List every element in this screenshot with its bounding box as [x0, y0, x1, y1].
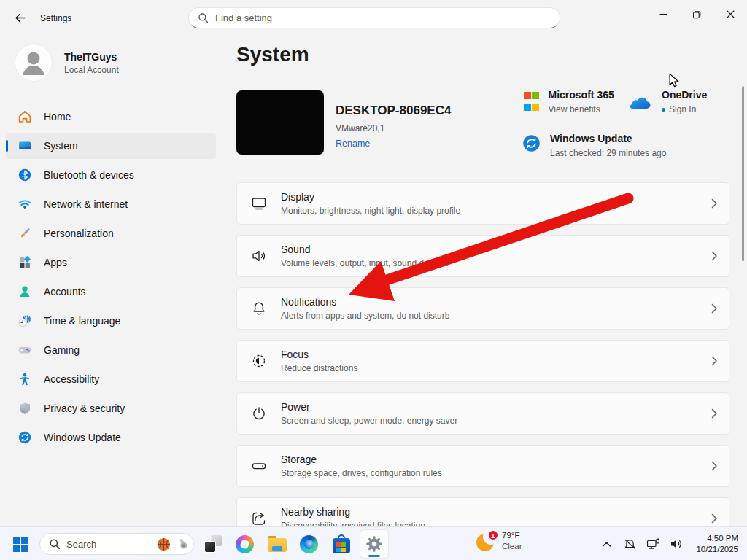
- sound-icon: [237, 247, 281, 265]
- volume-button[interactable]: [667, 532, 686, 556]
- home-icon: [18, 109, 32, 124]
- display-icon: [237, 195, 281, 212]
- sidebar-item-windows-update[interactable]: Windows Update: [6, 424, 216, 451]
- accessibility-icon: [18, 372, 32, 386]
- settings-card-power[interactable]: Power Screen and sleep, power mode, ener…: [236, 392, 729, 435]
- device-info: DESKTOP-8069EC4 VMware20,1 Rename: [336, 104, 451, 149]
- back-button[interactable]: [9, 7, 31, 28]
- chevron-right-icon: [700, 461, 729, 471]
- basketball-icon: [157, 537, 171, 551]
- sidebar-item-personalization[interactable]: Personalization: [6, 220, 216, 246]
- weather-widget[interactable]: 1 79°F Clear: [476, 529, 522, 551]
- do-not-disturb-button[interactable]: [620, 532, 639, 556]
- settings-app-button[interactable]: [360, 529, 389, 559]
- weather-condition: Clear: [502, 542, 522, 551]
- task-view-button[interactable]: [199, 529, 226, 559]
- task-view-icon: [204, 535, 222, 553]
- settings-search-box[interactable]: [188, 7, 560, 28]
- sidebar-item-privacy-security[interactable]: Privacy & security: [6, 395, 216, 421]
- chevron-right-icon: [700, 303, 729, 314]
- speaker-icon: [670, 538, 683, 550]
- sidebar-item-gaming[interactable]: Gaming: [6, 337, 216, 363]
- apps-icon: [18, 255, 32, 270]
- maximize-button[interactable]: [680, 0, 713, 28]
- start-button[interactable]: [7, 529, 34, 559]
- power-icon: [237, 405, 281, 422]
- bluetooth-icon: [18, 168, 32, 182]
- settings-card-focus[interactable]: Focus Reduce distractions: [236, 340, 729, 382]
- chevron-right-icon: [700, 198, 729, 209]
- settings-card-storage[interactable]: Storage Storage space, drives, configura…: [236, 445, 729, 487]
- profile-account-type: Local Account: [64, 65, 119, 75]
- windows-update-status[interactable]: Windows Update Last checked: 29 minutes …: [522, 133, 666, 158]
- settings-search-input[interactable]: [215, 12, 551, 23]
- sidebar-item-time-language[interactable]: Time & language: [6, 308, 216, 334]
- privacy-security-icon: [18, 401, 32, 416]
- taskbar-search-label: Search: [66, 539, 151, 550]
- clock-date: 10/21/2025: [696, 544, 738, 555]
- edge-icon: [300, 535, 318, 553]
- tray-chevron-up-button[interactable]: [597, 532, 616, 556]
- sidebar-nav: Home System Bluetooth & devices Network …: [6, 104, 216, 454]
- bell-slash-icon: [623, 538, 637, 551]
- chevron-right-icon: [700, 408, 729, 419]
- wired-network-icon: [646, 538, 660, 551]
- settings-gear-icon: [365, 534, 384, 553]
- sidebar-item-home[interactable]: Home: [6, 104, 216, 130]
- settings-card-notifications[interactable]: Notifications Alerts from apps and syste…: [236, 287, 729, 330]
- taskbar: Search: [0, 526, 747, 560]
- edge-button[interactable]: [295, 529, 322, 559]
- nearby-sharing-icon: [237, 510, 281, 527]
- microsoft-store-button[interactable]: [328, 529, 355, 559]
- sidebar-item-bluetooth-devices[interactable]: Bluetooth & devices: [6, 162, 216, 188]
- focus-icon: [237, 352, 281, 370]
- microsoft-store-icon: [333, 534, 350, 554]
- system-icon: [18, 139, 32, 153]
- file-explorer-button[interactable]: [263, 529, 290, 559]
- chevron-right-icon: [700, 251, 729, 261]
- windows-logo-icon: [12, 536, 29, 553]
- network-button[interactable]: [643, 532, 662, 556]
- time-language-icon: [18, 314, 32, 328]
- signin-dot: [662, 108, 665, 112]
- personalization-icon: [18, 226, 32, 241]
- settings-card-display[interactable]: Display Monitors, brightness, night ligh…: [236, 182, 729, 225]
- weather-temp: 79°F: [502, 531, 522, 540]
- search-icon: [49, 538, 61, 550]
- scrollbar[interactable]: [742, 86, 744, 261]
- restore-icon: [691, 8, 703, 20]
- clock-time: 4:50 PM: [696, 533, 738, 544]
- chevron-right-icon: [700, 356, 729, 366]
- ms365-view-benefits: View benefits: [549, 104, 614, 114]
- window-controls: [646, 0, 747, 28]
- profile-name: TheITGuys: [64, 51, 119, 63]
- sidebar-item-accessibility[interactable]: Accessibility: [6, 366, 216, 392]
- notification-badge: 1: [487, 529, 499, 541]
- back-arrow-icon: [14, 12, 26, 24]
- settings-card-sound[interactable]: Sound Volume levels, output, input, soun…: [236, 235, 729, 277]
- sidebar-item-network-internet[interactable]: Network & internet: [6, 191, 216, 217]
- sidebar-item-system[interactable]: System: [6, 133, 216, 159]
- onedrive-card[interactable]: OneDrive Sign In: [627, 89, 707, 114]
- microsoft-365-card[interactable]: Microsoft 365 View benefits: [524, 89, 614, 114]
- chevron-up-icon: [602, 541, 611, 548]
- notifications-icon: [237, 300, 281, 317]
- taskbar-search[interactable]: Search: [39, 533, 194, 555]
- sidebar-item-apps[interactable]: Apps: [6, 249, 216, 276]
- update-last-checked: Last checked: 29 minutes ago: [550, 148, 666, 158]
- mouse-cursor: [668, 73, 680, 88]
- taskbar-clock[interactable]: 4:50 PM 10/21/2025: [696, 533, 738, 555]
- user-profile[interactable]: TheITGuys Local Account: [15, 44, 119, 82]
- sidebar-item-accounts[interactable]: Accounts: [6, 279, 216, 305]
- storage-icon: [237, 457, 281, 475]
- close-button[interactable]: [713, 0, 747, 28]
- taskbar-right: 4:50 PM 10/21/2025: [597, 527, 747, 560]
- rename-link[interactable]: Rename: [336, 139, 370, 149]
- minimize-button[interactable]: [646, 0, 680, 28]
- weather-icon: 1: [476, 529, 497, 551]
- titlebar: Settings: [0, 0, 747, 35]
- taskbar-left: Search: [7, 527, 389, 560]
- close-icon: [724, 8, 737, 20]
- copilot-button[interactable]: [231, 529, 258, 559]
- sidebar: TheITGuys Local Account Home System Blue…: [0, 35, 228, 526]
